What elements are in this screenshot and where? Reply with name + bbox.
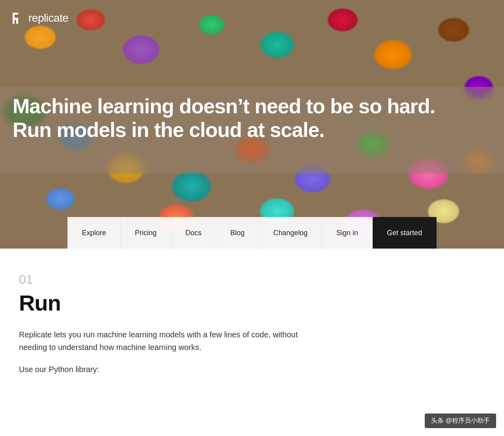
- main-content: 01 Run Replicate lets you run machine le…: [0, 249, 504, 395]
- section-title: Run: [19, 290, 485, 316]
- nav-item-pricing[interactable]: Pricing: [121, 217, 171, 249]
- replicate-logo-icon: [11, 11, 25, 25]
- hero-headline-line2: Run models in the cloud at scale.: [13, 118, 325, 141]
- nav-inner: Explore Pricing Docs Blog Changelog Sign…: [67, 217, 437, 249]
- svg-rect-1: [13, 13, 18, 15]
- hero-text: Machine learning doesn’t need to be so h…: [13, 95, 491, 142]
- hero-section: replicate Machine learning doesn’t need …: [0, 0, 504, 249]
- svg-rect-3: [16, 20, 18, 24]
- section-description: Replicate lets you run machine learning …: [19, 328, 327, 354]
- section-number: 01: [19, 272, 485, 287]
- hero-headline-line1: Machine learning doesn’t need to be so h…: [13, 95, 435, 118]
- nav-item-get-started[interactable]: Get started: [373, 217, 437, 249]
- nav-item-explore[interactable]: Explore: [67, 217, 121, 249]
- section-sub: Use our Python library:: [19, 363, 485, 376]
- logo-text: replicate: [28, 12, 68, 24]
- nav-item-changelog[interactable]: Changelog: [259, 217, 322, 249]
- nav-item-blog[interactable]: Blog: [216, 217, 259, 249]
- nav-item-signin[interactable]: Sign in: [322, 217, 373, 249]
- svg-rect-2: [13, 18, 18, 20]
- hero-headline: Machine learning doesn’t need to be so h…: [13, 95, 491, 142]
- logo[interactable]: replicate: [11, 11, 68, 25]
- navigation-bar: Explore Pricing Docs Blog Changelog Sign…: [0, 217, 504, 249]
- nav-item-docs[interactable]: Docs: [171, 217, 216, 249]
